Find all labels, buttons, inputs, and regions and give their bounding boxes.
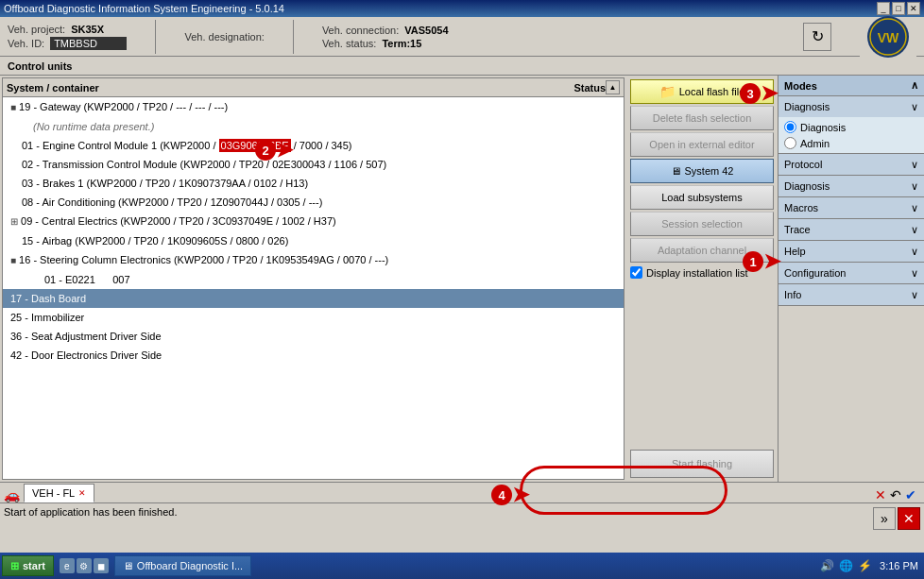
modes-help-header[interactable]: Help ∨ bbox=[779, 241, 924, 262]
tree-item-airbag[interactable]: 15 - Airbag (KWP2000 / TP20 / 1K0909605S… bbox=[3, 231, 624, 250]
control-units-header: Control units bbox=[0, 57, 924, 76]
tab-close-icon[interactable]: ✕ bbox=[78, 488, 86, 498]
taskbar-app-icon: 🖥 bbox=[123, 560, 133, 571]
modes-diagnosis-chevron: ∨ bbox=[911, 101, 918, 113]
tree-item-door[interactable]: 42 - Door Electronics Driver Side bbox=[3, 346, 624, 365]
tab-label: VEH - FL bbox=[32, 487, 75, 499]
modes-protocol-header[interactable]: Protocol ∨ bbox=[779, 154, 924, 175]
window: Offboard Diagnostic Information System E… bbox=[0, 0, 924, 579]
tree-panel: System / container Status ▲ ■ 19 - Gatew… bbox=[2, 77, 625, 480]
modes-collapse-icon[interactable]: ∧ bbox=[911, 79, 918, 92]
diagnosis-radio[interactable] bbox=[784, 121, 796, 133]
tray-icon-2[interactable]: 🌐 bbox=[838, 558, 853, 573]
open-external-editor-button[interactable]: Open in external editor bbox=[630, 132, 774, 157]
nav-stop-button[interactable]: ✕ bbox=[898, 507, 920, 530]
session-selection-button[interactable]: Session selection bbox=[630, 212, 774, 236]
svg-text:VW: VW bbox=[878, 30, 899, 45]
tree-item-central[interactable]: ⊞ 09 - Central Electrics (KWP2000 / TP20… bbox=[3, 212, 624, 231]
modes-protocol-label: Protocol bbox=[784, 159, 822, 170]
open-external-label: Open in external editor bbox=[649, 139, 754, 150]
tree-scroll[interactable]: ■ 19 - Gateway (KWP2000 / TP20 / --- / -… bbox=[3, 97, 624, 479]
modes-diagnosis2-header[interactable]: Diagnosis ∨ bbox=[779, 176, 924, 196]
modes-trace-header[interactable]: Trace ∨ bbox=[779, 219, 924, 240]
load-subsystems-label: Load subsystems bbox=[661, 192, 743, 203]
tab-icon: 🚗 bbox=[4, 487, 20, 502]
taskbar-time: 3:16 PM bbox=[880, 560, 918, 571]
mode-diagnosis-radio-item[interactable]: Diagnosis bbox=[784, 119, 918, 135]
veh-fl-tab[interactable]: VEH - FL ✕ bbox=[24, 484, 94, 502]
expand-steering-icon[interactable]: ■ bbox=[10, 255, 16, 265]
modes-info-label: Info bbox=[784, 289, 801, 300]
title-bar-buttons: _ □ ✕ bbox=[877, 2, 920, 15]
veh-id-label: Veh. ID: bbox=[8, 38, 44, 49]
tree-item-ecm[interactable]: 01 - Engine Control Module 1 (KWP2000 / … bbox=[3, 136, 624, 155]
local-flash-file-button[interactable]: 📁 Local flash file bbox=[630, 79, 774, 104]
tree-item-immobilizer[interactable]: 25 - Immobilizer bbox=[3, 308, 624, 327]
tree-item-e0221[interactable]: 01 - E0221 007 bbox=[3, 270, 624, 289]
taskbar-app-label: Offboard Diagnostic I... bbox=[137, 560, 243, 571]
start-button[interactable]: ⊞ start bbox=[2, 555, 54, 576]
modes-info-section: Info ∨ bbox=[779, 284, 924, 306]
col-status: Status bbox=[549, 82, 606, 94]
taskbar-ie-icon[interactable]: e bbox=[60, 558, 75, 573]
taskbar-app2-icon[interactable]: ⚙ bbox=[77, 558, 92, 573]
bottom-check-icon[interactable]: ✔ bbox=[905, 487, 916, 502]
session-selection-label: Session selection bbox=[661, 218, 743, 230]
action-panel: 📁 Local flash file Delete flash selectio… bbox=[626, 76, 778, 482]
adaptation-channel-button[interactable]: Adaptation channel bbox=[630, 238, 774, 263]
refresh-button[interactable]: ↻ bbox=[803, 23, 831, 51]
modes-macros-header[interactable]: Macros ∨ bbox=[779, 197, 924, 218]
modes-macros-section: Macros ∨ bbox=[779, 197, 924, 219]
delete-flash-selection-button[interactable]: Delete flash selection bbox=[630, 106, 774, 130]
modes-help-section: Help ∨ bbox=[779, 241, 924, 263]
expand-gateway-icon[interactable]: ■ bbox=[10, 102, 16, 112]
display-installation-checkbox[interactable] bbox=[630, 266, 642, 279]
system42-label: System 42 bbox=[685, 165, 734, 177]
veh-project-value: SK35X bbox=[71, 24, 104, 35]
minimize-button[interactable]: _ bbox=[877, 2, 890, 15]
tree-item-ac[interactable]: 08 - Air Conditioning (KWP2000 / TP20 / … bbox=[3, 193, 624, 212]
tray-icon-1[interactable]: 🔊 bbox=[819, 558, 834, 573]
modes-macros-label: Macros bbox=[784, 202, 818, 213]
tray-icon-3[interactable]: ⚡ bbox=[857, 558, 872, 573]
start-flashing-button[interactable]: Start flashing bbox=[630, 450, 774, 478]
modes-trace-label: Trace bbox=[784, 224, 811, 235]
modes-info-header[interactable]: Info ∨ bbox=[779, 284, 924, 305]
monitor-icon: 🖥 bbox=[671, 165, 681, 177]
tree-item-steering[interactable]: ■ 16 - Steering Column Electronics (KWP2… bbox=[3, 250, 624, 270]
mode-admin-radio-item[interactable]: Admin bbox=[784, 135, 918, 151]
tree-item-dashboard[interactable]: 17 - Dash Board bbox=[3, 289, 624, 308]
modes-configuration-header[interactable]: Configuration ∨ bbox=[779, 263, 924, 283]
bottom-back-icon[interactable]: ↶ bbox=[890, 487, 901, 502]
maximize-button[interactable]: □ bbox=[892, 2, 905, 15]
nav-forward-button[interactable]: » bbox=[873, 507, 896, 530]
bottom-x-icon[interactable]: ✕ bbox=[875, 487, 886, 502]
taskbar-app-button[interactable]: 🖥 Offboard Diagnostic I... bbox=[114, 555, 251, 576]
windows-icon: ⊞ bbox=[10, 560, 19, 572]
taskbar-right: 🔊 🌐 ⚡ 3:16 PM bbox=[819, 558, 922, 573]
expand-central-icon[interactable]: ⊞ bbox=[10, 216, 18, 227]
close-button[interactable]: ✕ bbox=[907, 2, 920, 15]
load-subsystems-button[interactable]: Load subsystems bbox=[630, 185, 774, 210]
modes-label: Modes bbox=[784, 80, 817, 92]
bottom-tabs: 🚗 VEH - FL ✕ ✕ ↶ ✔ bbox=[0, 482, 924, 502]
diagnosis-radio-label: Diagnosis bbox=[800, 122, 846, 133]
scroll-up-btn[interactable]: ▲ bbox=[606, 80, 620, 94]
start-label: start bbox=[23, 560, 45, 571]
modes-configuration-chevron: ∨ bbox=[911, 267, 918, 280]
system-42-button[interactable]: 🖥 System 42 bbox=[630, 159, 774, 183]
veh-designation-section: Veh. designation: bbox=[184, 31, 264, 43]
system-tray: 🔊 🌐 ⚡ bbox=[819, 558, 872, 573]
veh-connection-section: Veh. connection: VAS5054 Veh. status: Te… bbox=[322, 25, 449, 49]
tree-item-seat[interactable]: 36 - Seat Adjustment Driver Side bbox=[3, 327, 624, 346]
modes-trace-section: Trace ∨ bbox=[779, 219, 924, 241]
taskbar-app3-icon[interactable]: ◼ bbox=[94, 558, 109, 573]
tree-item-tcm[interactable]: 02 - Transmission Control Module (KWP200… bbox=[3, 155, 624, 174]
tree-item-brakes[interactable]: 03 - Brakes 1 (KWP2000 / TP20 / 1K090737… bbox=[3, 174, 624, 193]
tree-item-gateway[interactable]: ■ 19 - Gateway (KWP2000 / TP20 / --- / -… bbox=[3, 97, 624, 117]
admin-radio[interactable] bbox=[784, 137, 796, 149]
display-installation-row[interactable]: Display installation list bbox=[630, 264, 774, 281]
veh-connection-value: VAS5054 bbox=[404, 25, 448, 36]
modes-diagnosis-header[interactable]: Diagnosis ∨ bbox=[779, 96, 924, 117]
modes-diagnosis-label: Diagnosis bbox=[784, 101, 830, 112]
